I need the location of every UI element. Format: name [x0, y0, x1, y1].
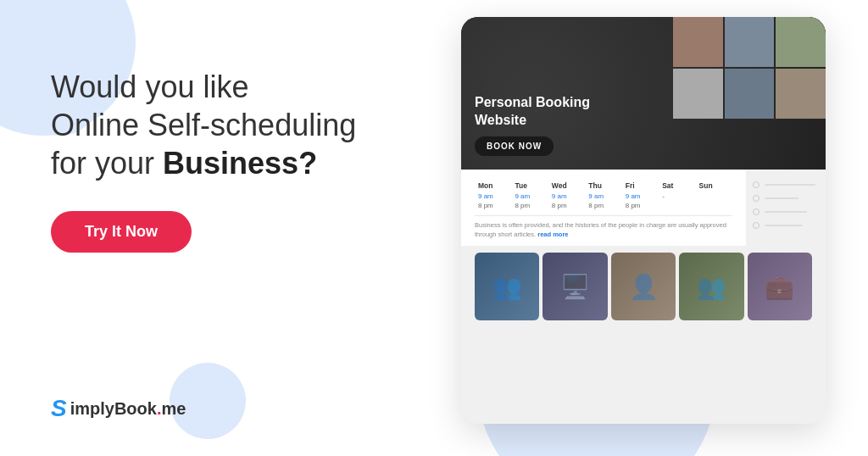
cal-time-fri-pm: 8 pm — [622, 201, 659, 210]
line-dot-4 — [753, 222, 760, 229]
cal-header-wed: Wed — [548, 180, 585, 192]
info-text-content: Business is often provided, and the hist… — [475, 221, 726, 238]
gallery-img-5: 💼 — [748, 253, 812, 320]
cal-time-tue-am: 9 am — [511, 192, 548, 201]
photo-cell-1 — [673, 17, 723, 67]
device-mockup: Personal Booking Website BOOK NOW Mon Tu… — [461, 17, 851, 441]
photo-gallery: 👥 🖥️ 👤 👥 💼 — [461, 246, 826, 334]
book-now-button[interactable]: BOOK NOW — [475, 136, 554, 156]
device-frame: Personal Booking Website BOOK NOW Mon Tu… — [461, 17, 826, 424]
left-content: Would you like Online Self-scheduling fo… — [51, 68, 407, 253]
headline: Would you like Online Self-scheduling fo… — [51, 68, 407, 182]
photo-cell-3 — [776, 17, 826, 67]
line-bar-3 — [765, 211, 807, 213]
info-text: Business is often provided, and the hist… — [475, 221, 732, 239]
headline-line3: for your — [51, 146, 154, 181]
photo-cell-4 — [673, 69, 723, 119]
cal-time-thu-pm: 8 pm — [585, 201, 621, 210]
cal-header-mon: Mon — [475, 180, 511, 192]
cal-time-sun-am — [696, 192, 732, 201]
gallery-person-icon-4: 👥 — [697, 273, 726, 301]
cal-time-wed-pm: 8 pm — [548, 201, 585, 210]
photo-cell-2 — [725, 17, 775, 67]
calendar-grid: Mon Tue Wed Thu Fri Sat Sun 9 am 9 am 9 … — [475, 180, 732, 210]
booking-hero: Personal Booking Website BOOK NOW — [461, 17, 826, 170]
booking-hero-text: Personal Booking Website BOOK NOW — [475, 94, 590, 156]
cal-time-sat-am: - — [659, 192, 695, 201]
line-bar-2 — [765, 197, 798, 199]
headline-line2: Online Self-scheduling — [51, 108, 356, 142]
cal-time-sat-pm — [659, 201, 695, 210]
photo-collage — [673, 17, 826, 119]
logo-simply: implyBook — [70, 399, 157, 418]
photo-cell-5 — [725, 69, 775, 119]
gallery-person-icon-2: 🖥️ — [560, 273, 590, 301]
try-it-now-button[interactable]: Try It Now — [51, 211, 192, 253]
line-bar-4 — [765, 225, 803, 226]
logo-me: me — [162, 399, 186, 418]
hero-title-line1: Personal Booking — [475, 95, 590, 109]
logo-text: implyBook.me — [70, 399, 186, 419]
read-more-link[interactable]: read more — [537, 231, 568, 238]
gallery-img-2: 🖥️ — [542, 253, 607, 320]
line-item-3 — [753, 209, 815, 215]
gallery-img-4: 👥 — [679, 253, 743, 320]
cal-header-thu: Thu — [585, 180, 621, 192]
cal-header-sun: Sun — [696, 180, 732, 192]
cal-time-mon-am: 9 am — [475, 192, 511, 201]
line-item-2 — [753, 195, 815, 202]
line-dot-3 — [753, 209, 760, 215]
hero-title-line2: Website — [475, 113, 526, 127]
photo-cell-6 — [776, 69, 826, 119]
gallery-img-1: 👥 — [475, 253, 539, 320]
booking-hero-title: Personal Booking Website — [475, 94, 590, 130]
gallery-img-3: 👤 — [611, 253, 676, 320]
line-dot-2 — [753, 195, 760, 202]
cal-header-tue: Tue — [511, 180, 548, 192]
calendar-section: Mon Tue Wed Thu Fri Sat Sun 9 am 9 am 9 … — [461, 170, 746, 246]
line-bar-1 — [765, 184, 815, 186]
calendar-with-lines: Mon Tue Wed Thu Fri Sat Sun 9 am 9 am 9 … — [461, 170, 826, 246]
line-dot-1 — [753, 181, 760, 188]
gallery-person-icon-5: 💼 — [765, 273, 794, 301]
cal-time-fri-am: 9 am — [622, 192, 659, 201]
cal-header-fri: Fri — [622, 180, 659, 192]
cal-time-wed-am: 9 am — [548, 192, 585, 201]
gallery-person-icon-3: 👤 — [629, 273, 659, 301]
cal-time-thu-am: 9 am — [585, 192, 621, 201]
cal-time-sun-pm — [696, 201, 732, 210]
cal-time-mon-pm: 8 pm — [475, 201, 511, 210]
logo-icon: S — [51, 395, 67, 422]
logo: S implyBook.me — [51, 395, 186, 422]
gallery-person-icon-1: 👥 — [492, 273, 522, 301]
cal-time-tue-pm: 8 pm — [511, 201, 548, 210]
headline-bold: Business? — [163, 146, 317, 181]
info-text-section: Business is often provided, and the hist… — [475, 221, 732, 239]
line-item-1 — [753, 181, 815, 188]
headline-line1: Would you like — [51, 70, 248, 104]
cal-header-sat: Sat — [659, 180, 695, 192]
calendar-divider — [475, 215, 732, 216]
calendar-lines-right — [753, 170, 826, 246]
logo-s-letter: S — [51, 395, 67, 421]
line-item-4 — [753, 222, 815, 229]
